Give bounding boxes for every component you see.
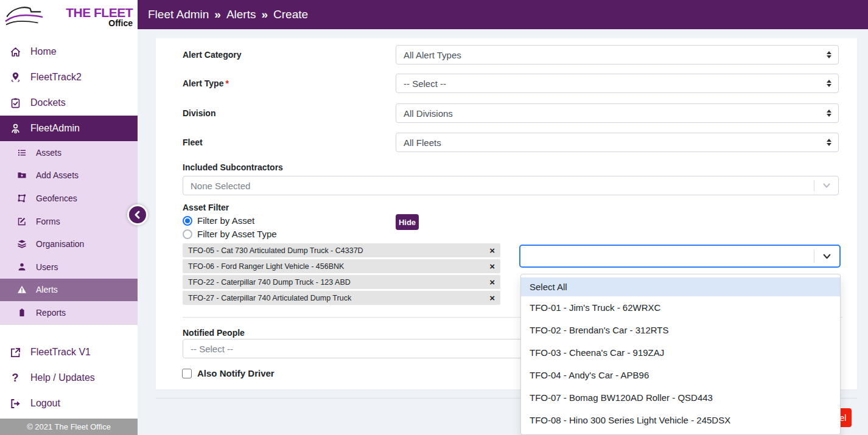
radio-label: Filter by Asset bbox=[197, 215, 254, 226]
alert-type-value: -- Select -- bbox=[404, 78, 446, 89]
logo-car-icon bbox=[4, 3, 44, 31]
sidebar-item-help[interactable]: ? Help / Updates bbox=[0, 365, 138, 391]
sidebar-item-label: Assets bbox=[36, 148, 61, 158]
remove-asset-icon[interactable]: × bbox=[489, 246, 495, 255]
included-subcontractors-value: None Selected bbox=[191, 181, 250, 191]
division-select[interactable]: All Divisions bbox=[396, 103, 839, 123]
sidebar-item-geofences[interactable]: Geofences bbox=[0, 187, 138, 210]
sidebar-item-logout[interactable]: Logout bbox=[0, 391, 138, 416]
sidebar-item-organisation[interactable]: Organisation bbox=[0, 232, 138, 256]
selected-asset-label: TFO-27 - Caterpillar 740 Articulated Dum… bbox=[188, 294, 351, 302]
sidebar-item-label: FleetTrack2 bbox=[30, 72, 82, 83]
dropdown-option-select-all[interactable]: Select All bbox=[521, 277, 840, 296]
sidebar-sub-nav: Assets Add Assets Geofences Forms Organi… bbox=[0, 141, 138, 325]
logo-subtitle: Office bbox=[46, 19, 133, 27]
sidebar: THE FLEET Office Home FleetTrack2 Docket… bbox=[0, 0, 138, 435]
remove-asset-icon[interactable]: × bbox=[489, 277, 495, 287]
sidebar-item-fleettrack2[interactable]: FleetTrack2 bbox=[0, 64, 138, 90]
sidebar-collapse-button[interactable] bbox=[127, 204, 148, 225]
dropdown-option[interactable]: TFO-08 - Hino 300 Series Light Vehicle -… bbox=[521, 409, 840, 431]
sidebar-item-users[interactable]: Users bbox=[0, 256, 138, 279]
hide-button[interactable]: Hide bbox=[396, 214, 419, 230]
selected-asset-chip: TFO-06 - Ford Ranger Light Vehicle - 456… bbox=[183, 259, 500, 273]
required-asterisk: * bbox=[225, 78, 228, 88]
chevron-left-icon bbox=[133, 210, 142, 220]
sidebar-item-dockets[interactable]: Dockets bbox=[0, 90, 138, 116]
warning-icon bbox=[17, 285, 27, 294]
sidebar-item-label: Forms bbox=[36, 217, 60, 226]
sidebar-item-fleetadmin[interactable]: FleetAdmin bbox=[0, 116, 138, 141]
layers-icon bbox=[17, 239, 27, 249]
sidebar-item-add-assets[interactable]: Add Assets bbox=[0, 164, 138, 187]
sidebar-item-home[interactable]: Home bbox=[0, 39, 138, 64]
breadcrumb-separator: » bbox=[214, 8, 221, 21]
asset-search-input[interactable] bbox=[519, 245, 841, 268]
sidebar-item-label: Alerts bbox=[36, 285, 58, 294]
folder-plus-icon bbox=[17, 170, 27, 180]
sidebar-item-label: FleetAdmin bbox=[30, 123, 80, 134]
sidebar-item-label: Geofences bbox=[36, 193, 77, 203]
dropdown-option[interactable]: TFO-03 - Cheena's Car - 919ZAJ bbox=[521, 341, 840, 364]
clipboard-check-icon bbox=[9, 97, 21, 109]
remove-asset-icon[interactable]: × bbox=[489, 262, 495, 271]
chevron-down-icon[interactable] bbox=[814, 180, 838, 191]
also-notify-driver-checkbox[interactable]: Also Notify Driver bbox=[182, 368, 275, 378]
sidebar-item-label: FleetTrack V1 bbox=[30, 347, 91, 358]
alert-category-select[interactable]: All Alert Types bbox=[396, 45, 839, 64]
chevron-down-icon[interactable] bbox=[814, 249, 839, 263]
breadcrumb-alerts[interactable]: Alerts bbox=[226, 8, 256, 21]
map-pin-icon bbox=[9, 71, 21, 83]
home-icon bbox=[9, 46, 21, 58]
dropdown-option[interactable]: TFO-04 - Andy's Car - APB96 bbox=[521, 364, 840, 386]
sidebar-item-label: Organisation bbox=[36, 239, 84, 249]
select-arrows-icon bbox=[827, 110, 831, 117]
selected-asset-chip: TFO-05 - Cat 730 Articulated Dump Truck … bbox=[183, 243, 500, 257]
user-gear-icon bbox=[9, 122, 21, 134]
dropdown-option[interactable]: TFO-01 - Jim's Truck - 62WRXC bbox=[521, 296, 840, 319]
sidebar-bottom-nav: FleetTrack V1 ? Help / Updates Logout bbox=[0, 339, 138, 416]
filter-by-asset-radio[interactable]: Filter by Asset bbox=[183, 215, 254, 226]
sidebar-main-nav: Home FleetTrack2 Dockets FleetAdmin bbox=[0, 39, 138, 141]
included-subcontractors-input[interactable]: None Selected bbox=[183, 176, 839, 195]
fleet-value: All Fleets bbox=[404, 137, 441, 148]
sidebar-item-alerts[interactable]: Alerts bbox=[0, 279, 138, 302]
select-arrows-icon bbox=[827, 80, 831, 87]
filter-by-asset-type-radio[interactable]: Filter by Asset Type bbox=[183, 229, 277, 239]
dropdown-option[interactable]: TFO-07 - Bomag BW120AD Roller - QSD443 bbox=[521, 386, 840, 409]
select-arrows-icon bbox=[827, 51, 831, 58]
edit-icon bbox=[17, 217, 27, 226]
sidebar-item-reports[interactable]: Reports bbox=[0, 301, 138, 324]
polygon-icon bbox=[17, 193, 27, 203]
sidebar-item-forms[interactable]: Forms bbox=[0, 210, 138, 233]
sidebar-item-fleettrack-v1[interactable]: FleetTrack V1 bbox=[0, 339, 138, 365]
selected-assets-list: TFO-05 - Cat 730 Articulated Dump Truck … bbox=[183, 243, 500, 307]
report-icon bbox=[17, 308, 27, 318]
logo-title: THE FLEET bbox=[46, 7, 133, 19]
alert-category-value: All Alert Types bbox=[404, 50, 461, 60]
dropdown-option[interactable]: TFO-02 - Brendan's Car - 312RTS bbox=[521, 319, 840, 341]
remove-asset-icon[interactable]: × bbox=[489, 293, 495, 302]
sidebar-item-label: Reports bbox=[36, 308, 66, 318]
fleet-label: Fleet bbox=[183, 137, 203, 147]
selected-asset-chip: TFO-27 - Caterpillar 740 Articulated Dum… bbox=[183, 291, 500, 305]
alert-category-label: Alert Category bbox=[183, 50, 241, 60]
sidebar-item-label: Dockets bbox=[30, 97, 66, 108]
sidebar-footer: © 2021 The Fleet Office bbox=[0, 419, 138, 435]
user-icon bbox=[17, 262, 27, 272]
radio-label: Filter by Asset Type bbox=[197, 229, 277, 239]
breadcrumb-separator: » bbox=[261, 8, 268, 21]
alert-type-select[interactable]: -- Select -- bbox=[396, 74, 839, 93]
external-link-icon bbox=[9, 346, 21, 358]
logout-icon bbox=[9, 397, 21, 409]
checkbox-label: Also Notify Driver bbox=[197, 368, 275, 378]
radio-checked-icon bbox=[183, 216, 192, 226]
fleet-select[interactable]: All Fleets bbox=[396, 133, 839, 152]
logo-text: THE FLEET Office bbox=[46, 7, 133, 27]
question-icon: ? bbox=[9, 372, 21, 384]
sidebar-item-label: Users bbox=[36, 262, 58, 272]
breadcrumb-fleet-admin[interactable]: Fleet Admin bbox=[148, 8, 209, 21]
app-logo[interactable]: THE FLEET Office bbox=[0, 0, 138, 32]
sidebar-item-assets[interactable]: Assets bbox=[0, 141, 138, 164]
selected-asset-label: TFO-05 - Cat 730 Articulated Dump Truck … bbox=[188, 246, 363, 255]
sidebar-item-label: Help / Updates bbox=[30, 372, 95, 383]
